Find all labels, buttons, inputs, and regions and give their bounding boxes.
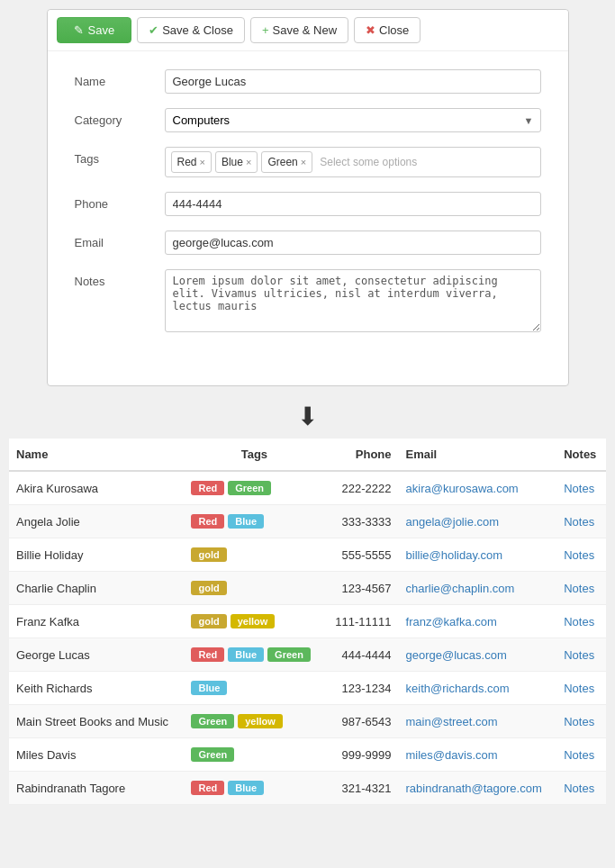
notes-link[interactable]: Notes	[564, 515, 594, 529]
email-link[interactable]: rabindranath@tagore.com	[406, 782, 542, 795]
tag-badge: gold	[191, 581, 226, 595]
category-select[interactable]: Computers Music Film Literature	[165, 108, 541, 132]
notes-link[interactable]: Notes	[564, 648, 594, 662]
save-label: Save	[88, 23, 115, 37]
cell-notes: Notes	[556, 505, 606, 538]
phone-row: Phone	[75, 192, 541, 216]
notes-link[interactable]: Notes	[564, 782, 594, 795]
table-row: Charlie Chaplingold123-4567charlie@chapl…	[9, 572, 606, 605]
table-row: Akira KurosawaRedGreen222-2222akira@kuro…	[9, 471, 606, 505]
tag-green-remove[interactable]: ×	[301, 157, 306, 167]
email-link[interactable]: franz@kafka.com	[406, 615, 497, 628]
email-link[interactable]: keith@richards.com	[406, 682, 510, 695]
notes-link[interactable]: Notes	[564, 715, 594, 728]
notes-link[interactable]: Notes	[564, 615, 594, 628]
arrow-down-container: ⬇	[0, 395, 615, 439]
email-input[interactable]	[165, 231, 541, 255]
tags-container[interactable]: Red × Blue × Green × Select some options	[165, 147, 541, 177]
cell-phone: 987-6543	[324, 705, 398, 738]
table-row: Rabindranath TagoreRedBlue321-4321rabind…	[9, 772, 606, 805]
notes-link[interactable]: Notes	[564, 748, 594, 762]
save-close-label: Save & Close	[162, 23, 233, 37]
check-icon: ✔	[149, 23, 158, 37]
notes-link[interactable]: Notes	[564, 582, 594, 595]
cell-name: Keith Richards	[9, 672, 184, 705]
contacts-table-container: Name Tags Phone Email Notes Akira Kurosa…	[9, 439, 606, 805]
email-link[interactable]: angela@jolie.com	[406, 515, 500, 529]
save-close-button[interactable]: ✔ Save & Close	[137, 17, 245, 43]
tag-badge: Red	[191, 481, 224, 495]
tag-green-label: Green	[267, 156, 297, 168]
name-row: Name	[75, 69, 541, 94]
tag-badge: Green	[191, 714, 234, 728]
col-header-name: Name	[9, 439, 184, 471]
email-link[interactable]: akira@kurosawa.com	[406, 482, 519, 495]
form-area: Name Category Computers Music Film Liter…	[48, 51, 568, 367]
cell-notes: Notes	[556, 538, 606, 572]
email-link[interactable]: billie@holiday.com	[406, 548, 503, 562]
save-new-label: Save & New	[273, 23, 338, 37]
tag-red-label: Red	[177, 156, 197, 168]
table-body: Akira KurosawaRedGreen222-2222akira@kuro…	[9, 471, 606, 805]
close-button[interactable]: ✖ Close	[354, 17, 421, 43]
email-link[interactable]: miles@davis.com	[406, 748, 498, 762]
cell-name: Billie Holiday	[9, 538, 184, 572]
phone-input[interactable]	[165, 192, 541, 216]
cell-email: billie@holiday.com	[399, 538, 557, 572]
x-circle-icon: ✖	[366, 23, 375, 37]
cell-phone: 123-4567	[324, 572, 398, 605]
cell-tags: RedGreen	[184, 471, 324, 505]
notes-textarea[interactable]	[165, 269, 541, 332]
cell-tags: RedBlue	[184, 772, 324, 805]
phone-field-wrapper	[165, 192, 541, 216]
tag-red-remove[interactable]: ×	[200, 157, 205, 167]
tag-blue-remove[interactable]: ×	[246, 157, 251, 167]
notes-link[interactable]: Notes	[564, 482, 594, 495]
notes-label: Notes	[75, 269, 165, 288]
col-header-notes: Notes	[556, 439, 606, 471]
notes-link[interactable]: Notes	[564, 548, 594, 562]
cell-notes: Notes	[556, 471, 606, 505]
save-new-button[interactable]: + Save & New	[250, 17, 348, 43]
cell-tags: gold	[184, 538, 324, 572]
table-row: George LucasRedBlueGreen444-4444george@l…	[9, 638, 606, 672]
table-header: Name Tags Phone Email Notes	[9, 439, 606, 471]
cell-tags: goldyellow	[184, 605, 324, 638]
cell-name: Main Street Books and Music	[9, 705, 184, 738]
cell-name: Angela Jolie	[9, 505, 184, 538]
cell-email: charlie@chaplin.com	[399, 572, 557, 605]
tag-green: Green ×	[261, 151, 312, 173]
email-link[interactable]: charlie@chaplin.com	[406, 582, 515, 595]
contacts-table: Name Tags Phone Email Notes Akira Kurosa…	[9, 439, 606, 805]
email-field-wrapper	[165, 231, 541, 255]
save-button[interactable]: ✎ Save	[57, 17, 132, 43]
email-link[interactable]: george@lucas.com	[406, 648, 507, 662]
cell-phone: 222-2222	[324, 471, 398, 505]
cell-notes: Notes	[556, 672, 606, 705]
cell-tags: Greenyellow	[184, 705, 324, 738]
cell-email: angela@jolie.com	[399, 505, 557, 538]
email-row: Email	[75, 231, 541, 255]
cell-email: akira@kurosawa.com	[399, 471, 557, 505]
email-link[interactable]: main@street.com	[406, 715, 498, 728]
notes-link[interactable]: Notes	[564, 682, 594, 695]
edit-form-modal: ✎ Save ✔ Save & Close + Save & New ✖ Clo…	[47, 9, 569, 386]
cell-notes: Notes	[556, 738, 606, 772]
tag-badge: yellow	[231, 614, 276, 628]
cell-notes: Notes	[556, 705, 606, 738]
tag-badge: Green	[267, 647, 311, 662]
col-header-phone: Phone	[324, 439, 398, 471]
table-row: Main Street Books and MusicGreenyellow98…	[9, 705, 606, 738]
cell-notes: Notes	[556, 572, 606, 605]
table-row: Franz Kafkagoldyellow111-11111franz@kafk…	[9, 605, 606, 638]
table-row: Miles DavisGreen999-9999miles@davis.comN…	[9, 738, 606, 772]
tag-blue: Blue ×	[215, 151, 258, 173]
name-input[interactable]	[165, 69, 541, 94]
cell-email: keith@richards.com	[399, 672, 557, 705]
tag-badge: yellow	[238, 714, 283, 728]
cell-email: rabindranath@tagore.com	[399, 772, 557, 805]
cell-name: Miles Davis	[9, 738, 184, 772]
tag-badge: Red	[191, 514, 224, 529]
tag-badge: Blue	[228, 781, 264, 795]
header-row: Name Tags Phone Email Notes	[9, 439, 606, 471]
